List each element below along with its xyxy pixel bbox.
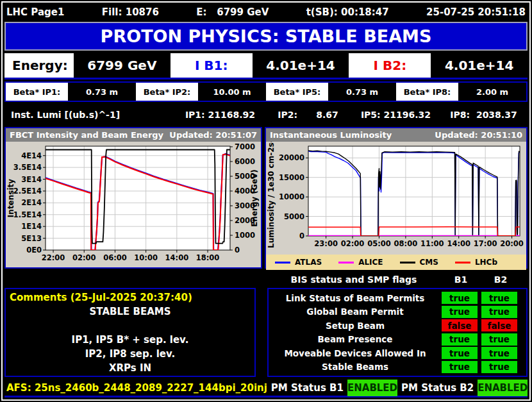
beta-ip5-label: Beta* IP5:	[266, 83, 328, 101]
flag-b1-badge: true	[442, 292, 478, 304]
svg-text:08:00: 08:00	[394, 239, 418, 248]
svg-text:3.5E14: 3.5E14	[13, 163, 42, 172]
comments-title: Comments (25-Jul-2025 20:37:40)	[10, 292, 251, 303]
beta-ip1-label: Beta* IP1:	[6, 83, 68, 101]
comment-line: IP1, IP5 B* + sep. lev.	[10, 333, 251, 347]
lhc-page1: LHC Page1 Fill: 10876 E: 6799 GeV t(SB):…	[0, 0, 532, 402]
inst-lumi-ip5: IP5: 21196.32	[352, 110, 440, 120]
fbct-chart-updated: Updated: 20:51:07	[169, 130, 257, 140]
svg-text:5E13: 5E13	[21, 234, 42, 243]
fbct-chart-title: FBCT Intensity and Beam Energy	[10, 130, 163, 140]
intensity-b1-value: 4.01e+14	[253, 53, 349, 78]
svg-text:18:00: 18:00	[196, 253, 220, 262]
svg-text:5000: 5000	[284, 212, 304, 221]
flag-label: Beam Presence	[269, 334, 442, 344]
flag-label: Stable Beams	[269, 362, 442, 372]
flag-b2-badge: true	[481, 347, 517, 359]
energy-intensity-row: Energy: 6799 GeV I B1: 4.01e+14 I B2: 4.…	[4, 53, 528, 80]
svg-text:Energy (GeV): Energy (GeV)	[250, 169, 259, 227]
flag-b2-badge: false	[481, 319, 517, 331]
svg-text:4E14: 4E14	[21, 151, 42, 160]
flag-b2-badge: true	[481, 292, 517, 304]
svg-text:3E14: 3E14	[21, 175, 42, 184]
pm-status-b2-label: PM Status B2	[401, 382, 474, 394]
flag-b2-badge: true	[481, 361, 517, 373]
beta-star-row: Beta* IP1: 0.73 m Beta* IP2: 10.00 m Bet…	[4, 81, 528, 102]
flag-b1-badge: true	[442, 347, 478, 359]
svg-text:2.5E14: 2.5E14	[13, 187, 42, 196]
lumi-chart-updated: Updated: 20:51:10	[435, 130, 522, 140]
time-in-stable-beams: t(SB): 00:18:47	[306, 6, 389, 18]
legend-swatch	[338, 262, 354, 264]
comment-line: STABLE BEAMS	[10, 305, 251, 319]
comment-line: IP2, IP8 sep. lev.	[10, 347, 251, 361]
intensity-b2-value: 4.01e+14	[431, 53, 528, 78]
bis-col-b2: B2	[483, 274, 519, 285]
svg-text:20000: 20000	[279, 153, 304, 162]
legend-label: CMS	[420, 258, 438, 267]
svg-text:Luminosity / 1e30 cm-2s-1: Luminosity / 1e30 cm-2s-1	[267, 142, 276, 248]
comments-box: Comments (25-Jul-2025 20:37:40) STABLE B…	[4, 288, 256, 377]
flag-b2-badge: true	[481, 333, 517, 346]
svg-text:02:00: 02:00	[72, 253, 96, 262]
flag-label: Setup Beam	[269, 321, 442, 331]
fbct-intensity-energy-chart: 22:0002:0006:0010:0014:0018:000E05E131E1…	[6, 142, 261, 267]
legend-swatch	[400, 262, 415, 264]
table-row: Setup Beam false false	[269, 319, 517, 331]
svg-text:10000: 10000	[279, 192, 304, 201]
bis-col-b1: B1	[443, 274, 479, 285]
lumi-chart-title: Instantaneous Luminosity	[270, 130, 392, 140]
legend-swatch	[455, 262, 470, 264]
comment-line: XRPs IN	[10, 361, 251, 375]
legend-label: ATLAS	[295, 258, 322, 267]
svg-text:05:00: 05:00	[367, 239, 391, 248]
flag-label: Link Status of Beam Permits	[269, 293, 442, 303]
flag-label: Moveable Devices Allowed In	[269, 348, 442, 358]
svg-text:6000: 6000	[235, 157, 255, 166]
flag-b2-badge: true	[481, 306, 517, 318]
svg-text:0E0: 0E0	[26, 246, 42, 255]
flag-label: Global Beam Permit	[269, 306, 442, 317]
energy-label: Energy:	[4, 53, 74, 78]
lumi-chart-header: Instantaneous Luminosity Updated: 20:51:…	[266, 128, 526, 142]
beam-mode-banner: PROTON PHYSICS: STABLE BEAMS	[4, 22, 528, 51]
table-row: Beam Presence true true	[269, 333, 517, 346]
svg-text:23:00: 23:00	[314, 239, 338, 248]
legend-item: ALICE	[338, 258, 383, 267]
svg-text:1000: 1000	[235, 231, 255, 240]
table-row: Stable Beams true true	[269, 361, 517, 373]
svg-text:10:00: 10:00	[134, 253, 158, 262]
svg-text:20:00: 20:00	[500, 239, 524, 248]
svg-text:02:00: 02:00	[341, 239, 365, 248]
table-row: Global Beam Permit true true	[269, 306, 517, 318]
intensity-b2-label: I B2:	[349, 53, 431, 78]
inst-lumi-ip2: IP2: 8.67	[264, 110, 352, 120]
svg-text:2E14: 2E14	[21, 198, 42, 207]
page-title: LHC Page1	[6, 6, 64, 18]
table-row: Link Status of Beam Permits true true	[269, 292, 517, 304]
svg-text:14:00: 14:00	[447, 239, 470, 248]
lumi-chart-panel: Instantaneous Luminosity Updated: 20:51:…	[265, 127, 528, 269]
intensity-b1-label: I B1:	[170, 53, 253, 78]
instantaneous-luminosity-chart: 23:0002:0005:0008:0011:0014:0017:0020:00…	[266, 142, 526, 252]
bis-flags-table: Link Status of Beam Permits true true Gl…	[267, 288, 528, 377]
svg-text:1.5E14: 1.5E14	[13, 210, 42, 219]
svg-text:14:00: 14:00	[165, 253, 189, 262]
inst-lumi-row: Inst. Lumi [(ub.s)^-1] IP1: 21168.92 IP2…	[4, 103, 528, 126]
svg-text:11:00: 11:00	[420, 239, 444, 248]
table-row: Moveable Devices Allowed In true true	[269, 347, 517, 359]
pm-status-b1-label: PM Status B1	[271, 382, 344, 394]
legend-label: LHCb	[475, 258, 497, 267]
flag-b1-badge: true	[442, 306, 478, 318]
svg-text:Intensity: Intensity	[6, 179, 15, 217]
comment-line	[10, 319, 251, 333]
svg-text:7000: 7000	[235, 142, 255, 151]
fbct-chart-panel: FBCT Intensity and Beam Energy Updated: …	[4, 127, 262, 269]
datetime: 25-07-25 20:51:18	[426, 6, 526, 18]
svg-text:0: 0	[299, 231, 304, 240]
beta-ip5-value: 0.73 m	[328, 83, 396, 101]
beta-ip2-value: 10.00 m	[198, 83, 266, 101]
legend-label: ALICE	[358, 258, 383, 267]
beta-ip8-label: Beta* IP8:	[396, 83, 458, 101]
beta-ip8-value: 2.00 m	[458, 83, 526, 101]
